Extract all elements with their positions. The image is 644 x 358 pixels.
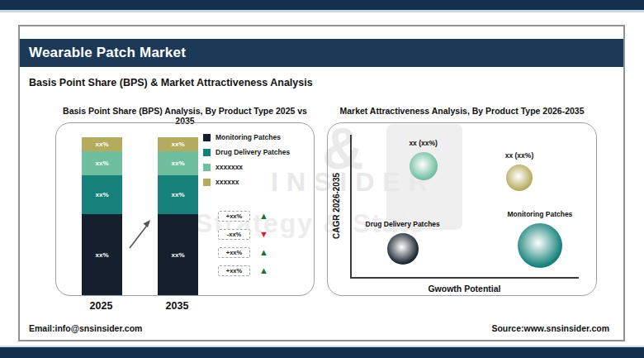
bar-segment-xxxxxx: xx% bbox=[82, 137, 122, 151]
bubble-label: xx (xx%) bbox=[409, 139, 438, 147]
triangle-up-icon: ▲ bbox=[259, 266, 268, 275]
bubble-circle bbox=[506, 165, 533, 191]
footer-source: Source:www.snsinsider.com bbox=[491, 323, 609, 333]
change-badge: +xx% bbox=[218, 265, 250, 276]
bubble-label: xx (xx%) bbox=[505, 151, 534, 160]
bar-segment-monitoring-patches: xx% bbox=[82, 214, 122, 295]
stacked-bar-2035: xx%xx%xx%xx% bbox=[158, 137, 198, 295]
change-badge: +xx% bbox=[218, 247, 250, 258]
legend-swatch-icon bbox=[203, 164, 211, 171]
bubble-plot-area: xx (xx%)xx (xx%)Drug Delivery PatchesMon… bbox=[350, 135, 579, 277]
change-row: +xx%▲ bbox=[218, 247, 268, 258]
bps-change-badges: +xx%▲-xx%▼+xx%▲+xx%▲ bbox=[218, 211, 268, 276]
bar-segment-drug-delivery-patches: xx% bbox=[82, 175, 122, 214]
x-axis-label: Gwowth Potential bbox=[350, 284, 579, 294]
attractiveness-chart-title: Market Attractiveness Analysis, By Produ… bbox=[327, 106, 597, 116]
legend-item: Drug Delivery Patches bbox=[203, 148, 290, 156]
triangle-down-icon: ▼ bbox=[259, 230, 268, 239]
y-axis-label: CAGR 2026-2035 bbox=[329, 135, 343, 277]
bar-segment-monitoring-patches: xx% bbox=[158, 214, 198, 295]
legend-label: Monitoring Patches bbox=[215, 133, 281, 141]
bar-category-label: 2035 bbox=[157, 300, 197, 312]
triangle-up-icon: ▲ bbox=[259, 248, 268, 257]
legend-item: xxxxxx bbox=[203, 178, 290, 186]
report-title-bar: Wearable Patch Market bbox=[20, 39, 623, 67]
report-subtitle: Basis Point Share (BPS) & Market Attract… bbox=[29, 77, 313, 88]
bubble-circle bbox=[387, 233, 419, 265]
attractiveness-chart-panel: CAGR 2026-2035 Gwowth Potential xx (xx%)… bbox=[327, 122, 597, 296]
footer-email: Email:info@snsinsider.com bbox=[29, 323, 142, 333]
legend-label: xxxxxx bbox=[215, 178, 239, 186]
bar-segment-xxxxxxx: xx% bbox=[158, 151, 198, 175]
bubble-circle bbox=[410, 152, 438, 180]
legend-item: xxxxxxx bbox=[203, 163, 290, 171]
legend-swatch-icon bbox=[203, 149, 211, 156]
infographic-canvas: & INSIDER Strategy & Stats Wearable Patc… bbox=[0, 0, 644, 358]
bar-segment-xxxxxxx: xx% bbox=[82, 151, 122, 175]
legend-label: xxxxxxx bbox=[215, 163, 243, 171]
legend-label: Drug Delivery Patches bbox=[215, 148, 290, 156]
change-row: +xx%▲ bbox=[218, 265, 268, 276]
bps-chart-panel: xx%xx%xx%xx%xx%xx%xx%xx% Monitoring Patc… bbox=[55, 122, 315, 296]
change-row: +xx%▲ bbox=[218, 211, 268, 222]
bar-segment-drug-delivery-patches: xx% bbox=[158, 175, 198, 214]
change-badge: +xx% bbox=[218, 211, 250, 222]
bar-category-label: 2025 bbox=[81, 300, 121, 312]
bar-segment-xxxxxx: xx% bbox=[158, 137, 198, 151]
bubble-label: Drug Delivery Patches bbox=[366, 220, 440, 228]
legend-item: Monitoring Patches bbox=[203, 133, 290, 141]
triangle-up-icon: ▲ bbox=[259, 212, 268, 221]
stacked-bar-2025: xx%xx%xx%xx% bbox=[82, 137, 122, 295]
trend-up-arrow-icon bbox=[125, 216, 156, 252]
change-badge: -xx% bbox=[218, 229, 250, 240]
change-row: -xx%▼ bbox=[218, 229, 268, 240]
legend-swatch-icon bbox=[203, 179, 211, 186]
bps-legend: Monitoring PatchesDrug Delivery Patchesx… bbox=[203, 133, 290, 186]
bubble-circle bbox=[518, 223, 562, 268]
bubble-label: Monitoring Patches bbox=[507, 210, 572, 218]
x-axis-line bbox=[350, 277, 579, 279]
legend-swatch-icon bbox=[203, 134, 211, 141]
report-title: Wearable Patch Market bbox=[20, 45, 186, 61]
